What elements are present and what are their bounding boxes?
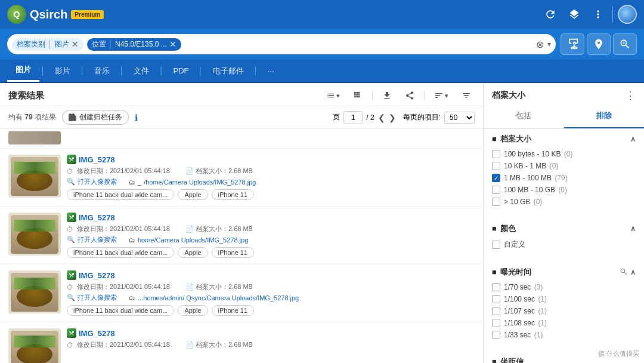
result-tag[interactable]: iPhone 11 back dual wide cam... bbox=[67, 189, 174, 200]
result-date: ⏱ 修改日期：2021/02/01 05:44:18 📄 档案大小：2.68 M… bbox=[67, 282, 475, 291]
sidebar-more-button[interactable]: ⋮ bbox=[625, 89, 636, 102]
tab-email[interactable]: 电子邮件 bbox=[205, 61, 252, 81]
sidebar-tab-include[interactable]: 包括 bbox=[484, 104, 564, 128]
result-filename[interactable]: IMG_5278 bbox=[67, 155, 475, 164]
logo-area: Q Qsirch Premium bbox=[7, 5, 104, 24]
open-face-search-link[interactable]: 打开人像搜索 bbox=[78, 235, 117, 244]
exposure-107-checkbox[interactable] bbox=[492, 307, 500, 315]
result-path: 🔍 打开人像搜索 🗂 ...homes/admin/ Qsync/Camera … bbox=[67, 293, 475, 302]
per-page-select[interactable]: 50 25 100 bbox=[444, 112, 475, 124]
result-tags: iPhone 11 back dual wide cam... Apple iP… bbox=[67, 305, 475, 316]
search-dropdown-button[interactable]: ▾ bbox=[547, 40, 551, 48]
filesize-10k-1m-checkbox[interactable] bbox=[492, 162, 500, 170]
result-tag[interactable]: iPhone 11 back dual wide cam... bbox=[67, 247, 174, 258]
result-filename[interactable]: IMG_5278 bbox=[67, 270, 475, 280]
grid-view-button[interactable] bbox=[349, 89, 366, 102]
result-thumbnail bbox=[8, 270, 61, 313]
file-type-icon bbox=[67, 213, 76, 222]
results-list: IMG_5278 ⏱ 修改日期：2021/02/01 05:44:18 📄 档案… bbox=[0, 129, 483, 363]
list-item: 100 bytes - 10 KB (0) bbox=[492, 148, 636, 160]
tag-filetype-sep: │ bbox=[48, 40, 52, 48]
refresh-button[interactable] bbox=[541, 5, 560, 24]
list-item: 1/108 sec (1) bbox=[492, 317, 636, 329]
advanced-search-button[interactable] bbox=[613, 33, 637, 55]
filesize-1m-100m-checkbox[interactable]: ✓ bbox=[492, 174, 500, 182]
tag-location-close[interactable]: ✕ bbox=[169, 39, 177, 49]
prev-page-button[interactable]: ❮ bbox=[378, 113, 385, 122]
results-header: 搜索结果 ▾ ▾ bbox=[0, 83, 483, 106]
exposure-100-checkbox[interactable] bbox=[492, 295, 500, 303]
file-path-link[interactable]: home/Camera Uploads/IMG_5278.jpg bbox=[138, 236, 248, 244]
result-tag[interactable]: Apple bbox=[178, 247, 208, 258]
result-tag[interactable]: Apple bbox=[178, 189, 208, 200]
tag-filetype-close[interactable]: ✕ bbox=[72, 39, 79, 49]
filter-sidebar: 档案大小 ⋮ 包括 排除 ■档案大小 ∧ 100 bytes - 10 KB (… bbox=[483, 83, 644, 363]
result-tag[interactable]: Apple bbox=[178, 305, 208, 316]
app-logo: Q bbox=[7, 5, 26, 24]
result-filename[interactable]: IMG_5278 bbox=[67, 213, 475, 222]
filter-button[interactable] bbox=[458, 89, 475, 102]
tag-filetype[interactable]: 档案类别 │ 图片 ✕ bbox=[12, 38, 83, 51]
search-input-area[interactable]: 档案类别 │ 图片 ✕ 位置 │ N45.0/E135.0 ... ✕ ⊗ ▾ bbox=[7, 34, 556, 54]
color-custom-checkbox[interactable] bbox=[492, 241, 500, 249]
app-header: Q Qsirch Premium bbox=[0, 0, 644, 29]
file-path-link[interactable]: /home/Camera Uploads/IMG_5278.jpg bbox=[144, 179, 256, 186]
more-button[interactable] bbox=[589, 5, 608, 24]
sidebar-tab-exclude[interactable]: 排除 bbox=[564, 104, 645, 128]
result-thumbnail bbox=[8, 155, 61, 198]
layers-button[interactable] bbox=[565, 5, 584, 24]
tag-filetype-label: 档案类别 bbox=[17, 39, 45, 50]
create-task-button[interactable]: 创建归档任务 bbox=[62, 110, 129, 125]
search-clear-button[interactable]: ⊗ bbox=[536, 39, 544, 50]
filesize-10g-checkbox[interactable] bbox=[492, 198, 500, 206]
page-input[interactable] bbox=[343, 111, 363, 124]
tab-images[interactable]: 图片 bbox=[7, 60, 39, 82]
result-tag[interactable]: iPhone 11 back dual wide cam... bbox=[67, 305, 174, 316]
filter-section-color: ■颜色 ∧ 自定义 bbox=[484, 219, 644, 257]
result-tag[interactable]: iPhone 11 bbox=[212, 189, 255, 200]
file-path-link[interactable]: ...homes/admin/ Qsync/Camera Uploads/IMG… bbox=[138, 294, 299, 302]
list-item: 10 KB - 1 MB (0) bbox=[492, 160, 636, 172]
filter-section-exposure-header[interactable]: ■曝光时间 ∧ bbox=[492, 262, 636, 281]
image-search-button[interactable] bbox=[561, 33, 584, 55]
tag-location-sep: │ bbox=[109, 40, 113, 48]
list-item: 1/100 sec (1) bbox=[492, 293, 636, 305]
list-view-button[interactable]: ▾ bbox=[322, 89, 343, 102]
tab-more[interactable]: ··· bbox=[259, 61, 283, 80]
filter-section-filesize: ■档案大小 ∧ 100 bytes - 10 KB (0) 10 KB - 1 … bbox=[484, 129, 644, 214]
filesize-100m-10g-checkbox[interactable] bbox=[492, 186, 500, 194]
tab-music[interactable]: 音乐 bbox=[86, 61, 118, 81]
filter-section-color-header[interactable]: ■颜色 ∧ bbox=[492, 219, 636, 238]
result-tag[interactable]: iPhone 11 bbox=[212, 305, 255, 316]
sort-button[interactable]: ▾ bbox=[431, 89, 452, 102]
location-search-button[interactable] bbox=[587, 33, 611, 55]
share-button[interactable] bbox=[401, 89, 418, 102]
search-bar: 档案类别 │ 图片 ✕ 位置 │ N45.0/E135.0 ... ✕ ⊗ ▾ bbox=[0, 29, 644, 60]
result-filename[interactable]: IMG_5278 bbox=[67, 328, 475, 338]
result-path: 🔍 打开人像搜索 🗂 home/Camera Uploads/IMG_5278.… bbox=[67, 235, 475, 244]
result-date: ⏱ 修改日期：2021/02/01 05:44:18 📄 档案大小：2.68 M… bbox=[67, 340, 475, 349]
open-face-search-link[interactable]: 打开人像搜索 bbox=[78, 177, 117, 186]
exposure-108-checkbox[interactable] bbox=[492, 319, 500, 327]
next-page-button[interactable]: ❯ bbox=[389, 113, 396, 122]
tag-location[interactable]: 位置 │ N45.0/E135.0 ... ✕ bbox=[87, 38, 181, 51]
tab-files[interactable]: 文件 bbox=[125, 61, 157, 81]
results-area: 搜索结果 ▾ ▾ bbox=[0, 83, 483, 363]
result-tag[interactable]: iPhone 11 bbox=[212, 247, 255, 258]
filesize-100b-10k-checkbox[interactable] bbox=[492, 150, 500, 158]
tag-location-label: 位置 bbox=[92, 39, 106, 50]
watermark: 值 什么值得买 bbox=[598, 349, 639, 358]
filter-section-filesize-header[interactable]: ■档案大小 ∧ bbox=[492, 129, 636, 148]
info-icon[interactable]: ℹ bbox=[135, 113, 138, 122]
tab-pdf[interactable]: PDF bbox=[165, 61, 197, 80]
exposure-33-checkbox[interactable] bbox=[492, 331, 500, 339]
results-sub-header: 约有 79 项结果 创建归档任务 ℹ 页 / 2 ❮ ❯ 每页的项目: 50 2… bbox=[0, 106, 483, 129]
search-right-icons bbox=[561, 33, 637, 55]
download-button[interactable] bbox=[379, 89, 395, 102]
open-face-search-link[interactable]: 打开人像搜索 bbox=[78, 293, 117, 302]
exposure-70-checkbox[interactable] bbox=[492, 283, 500, 291]
user-avatar[interactable] bbox=[618, 5, 637, 24]
tab-videos[interactable]: 影片 bbox=[47, 61, 79, 81]
tag-filetype-value: 图片 bbox=[55, 39, 69, 50]
exposure-search-icon[interactable] bbox=[620, 267, 628, 278]
